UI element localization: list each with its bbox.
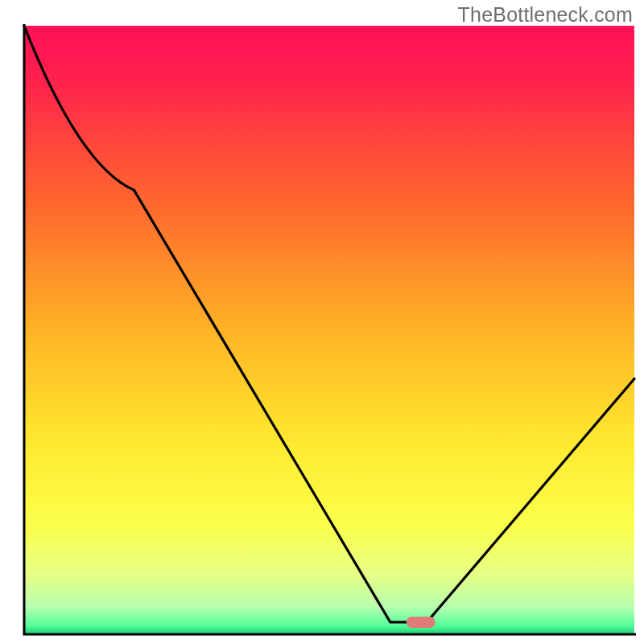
bottleneck-chart (0, 0, 644, 644)
optimum-marker (407, 617, 436, 628)
plot-background (24, 26, 634, 634)
chart-stage: TheBottleneck.com (0, 0, 644, 644)
